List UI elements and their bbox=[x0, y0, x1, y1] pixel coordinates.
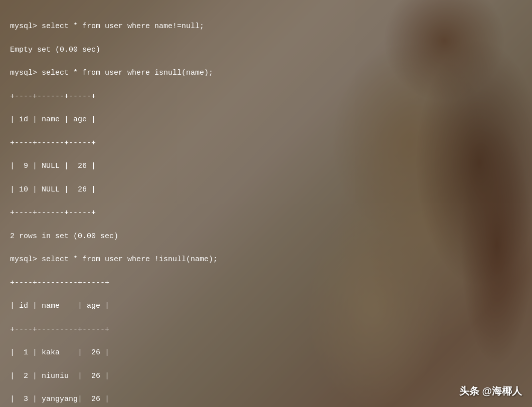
table1-border-bot: +----+------+-----+ bbox=[10, 209, 96, 217]
table2-header: | id | name | age | bbox=[10, 302, 109, 310]
terminal-content: mysql> select * from user where name!=nu… bbox=[0, 0, 532, 407]
table2-row2: | 2 | niuniu | 26 | bbox=[10, 372, 109, 380]
table2-border-mid: +----+---------+-----+ bbox=[10, 325, 109, 334]
line-2: Empty set (0.00 sec) bbox=[10, 46, 100, 54]
table1-border-mid: +----+------+-----+ bbox=[10, 139, 96, 147]
line-3: mysql> select * from user where isnull(n… bbox=[10, 69, 213, 77]
table1-row1: | 9 | NULL | 26 | bbox=[10, 162, 96, 170]
table1-row2: | 10 | NULL | 26 | bbox=[10, 185, 96, 194]
table1-header: | id | name | age | bbox=[10, 115, 96, 124]
table2-border-top: +----+---------+-----+ bbox=[10, 279, 109, 287]
table2-row1: | 1 | kaka | 26 | bbox=[10, 348, 109, 357]
line-1: mysql> select * from user where name!=nu… bbox=[10, 22, 204, 31]
table2-row3: | 3 | yangyang| 26 | bbox=[10, 395, 109, 403]
watermark: 头条 @海椰人 bbox=[459, 384, 522, 398]
line-4: mysql> select * from user where !isnull(… bbox=[10, 255, 218, 264]
table1-count: 2 rows in set (0.00 sec) bbox=[10, 232, 118, 241]
table1-border-top: +----+------+-----+ bbox=[10, 92, 96, 101]
